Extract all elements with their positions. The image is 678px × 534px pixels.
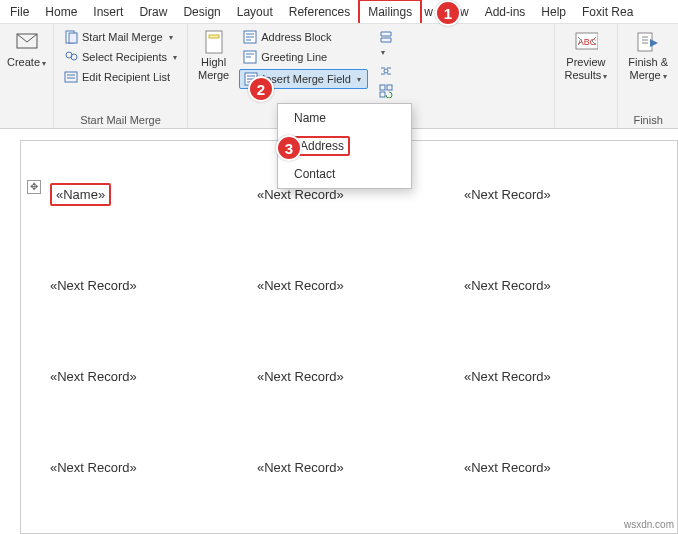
svg-point-4: [71, 54, 77, 60]
callout-2: 2: [248, 76, 274, 102]
cell-2-1[interactable]: «Next Record»: [46, 272, 253, 363]
svg-rect-17: [638, 33, 652, 51]
svg-rect-14: [380, 92, 385, 97]
group-start-label: Start Mail Merge: [60, 112, 181, 126]
address-block-label: Address Block: [261, 31, 331, 43]
cell-4-2[interactable]: «Next Record»: [253, 454, 460, 534]
group-preview-label: [561, 112, 612, 126]
tab-extra: w: [422, 1, 435, 23]
tab-references[interactable]: References: [281, 1, 358, 23]
match-fields-button[interactable]: [376, 62, 396, 80]
cell-4-1[interactable]: «Next Record»: [46, 454, 253, 534]
svg-rect-7: [209, 35, 219, 38]
greeting-line-icon: [243, 50, 257, 64]
highlight-merge-fields-button[interactable]: HighlMerge: [194, 28, 233, 84]
insert-merge-field-label: Insert Merge Field: [262, 73, 351, 85]
finish-merge-button[interactable]: Finish &Merge▾: [624, 28, 672, 84]
cell-1-3[interactable]: «Next Record»: [460, 181, 667, 272]
create-button[interactable]: Create▾: [3, 28, 50, 71]
tab-design[interactable]: Design: [175, 1, 228, 23]
envelope-icon: [15, 30, 39, 54]
cell-2-3[interactable]: «Next Record»: [460, 272, 667, 363]
tab-insert[interactable]: Insert: [85, 1, 131, 23]
address-block-icon: [243, 30, 257, 44]
svg-rect-12: [380, 85, 385, 90]
cell-1-2[interactable]: «Next Record»: [253, 181, 460, 272]
list-edit-icon: [64, 70, 78, 84]
svg-rect-6: [206, 31, 222, 53]
highlight-icon: [202, 30, 226, 54]
finish-icon: [636, 30, 660, 54]
group-create: Create▾: [0, 24, 54, 128]
update-labels-button[interactable]: [376, 82, 396, 100]
match-fields-icon: [379, 64, 393, 78]
group-finish-label: Finish: [624, 112, 672, 126]
menu-bar: File Home Insert Draw Design Layout Refe…: [0, 0, 678, 24]
tab-addins[interactable]: Add-ins: [477, 1, 534, 23]
start-mail-merge-button[interactable]: Start Mail Merge▾: [60, 28, 181, 46]
edit-recipient-label: Edit Recipient List: [82, 71, 170, 83]
chevron-down-icon: ▾: [357, 75, 361, 84]
svg-rect-13: [387, 85, 392, 90]
edit-recipient-list-button[interactable]: Edit Recipient List: [60, 68, 181, 86]
tab-layout[interactable]: Layout: [229, 1, 281, 23]
tab-mailings[interactable]: Mailings: [358, 0, 422, 24]
create-label: Create▾: [7, 56, 46, 69]
tab-home[interactable]: Home: [37, 1, 85, 23]
cell-3-1[interactable]: «Next Record»: [46, 363, 253, 454]
rules-button[interactable]: ▾: [376, 28, 396, 60]
callout-1: 1: [435, 0, 461, 26]
group-finish: Finish &Merge▾ Finish: [618, 24, 678, 128]
group-start-mail-merge: Start Mail Merge▾ Select Recipients▾ Edi…: [54, 24, 188, 128]
cell-2-2[interactable]: «Next Record»: [253, 272, 460, 363]
greeting-line-label: Greeting Line: [261, 51, 327, 63]
document-area: «Name» «Next Record» «Next Record» «Next…: [20, 140, 678, 534]
group-preview: ABC PreviewResults▾: [555, 24, 619, 128]
start-mail-merge-label: Start Mail Merge: [82, 31, 163, 43]
select-recipients-button[interactable]: Select Recipients▾: [60, 48, 181, 66]
dropdown-item-contact[interactable]: Contact: [278, 160, 411, 188]
document-icon: [64, 30, 78, 44]
select-recipients-label: Select Recipients: [82, 51, 167, 63]
svg-rect-2: [69, 33, 77, 43]
tab-file[interactable]: File: [2, 1, 37, 23]
label-table: «Name» «Next Record» «Next Record» «Next…: [46, 181, 667, 534]
callout-3: 3: [276, 135, 302, 161]
cell-3-3[interactable]: «Next Record»: [460, 363, 667, 454]
tab-help[interactable]: Help: [533, 1, 574, 23]
tab-foxit[interactable]: Foxit Rea: [574, 1, 641, 23]
cell-3-2[interactable]: «Next Record»: [253, 363, 460, 454]
address-block-button[interactable]: Address Block: [239, 28, 368, 46]
greeting-line-button[interactable]: Greeting Line: [239, 48, 368, 66]
preview-results-button[interactable]: ABC PreviewResults▾: [561, 28, 612, 84]
finish-label: Finish &Merge▾: [628, 56, 668, 82]
preview-label: PreviewResults▾: [565, 56, 608, 82]
cell-1-1[interactable]: «Name»: [46, 181, 253, 272]
highlight-label: HighlMerge: [198, 56, 229, 82]
dropdown-item-name[interactable]: Name: [278, 104, 411, 132]
group-create-label: [6, 112, 47, 126]
people-icon: [64, 50, 78, 64]
preview-icon: ABC: [574, 30, 598, 54]
table-move-handle[interactable]: ✥: [27, 180, 41, 194]
update-labels-icon: [379, 84, 393, 98]
tab-draw[interactable]: Draw: [131, 1, 175, 23]
watermark: wsxdn.com: [624, 519, 674, 530]
svg-point-11: [384, 69, 388, 73]
svg-rect-5: [65, 72, 77, 82]
rules-icon: [379, 30, 393, 44]
